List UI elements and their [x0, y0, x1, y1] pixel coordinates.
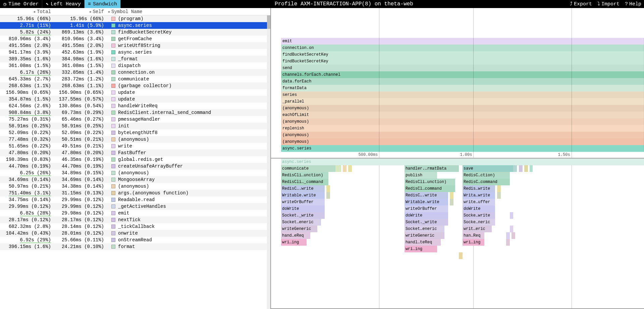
flame-bar[interactable]: channels.forEach.channel: [281, 71, 644, 78]
flame-bar[interactable]: replenish: [281, 125, 644, 132]
scrollbar-thumb[interactable]: [267, 15, 270, 29]
flame-bar[interactable]: wri…ing: [281, 239, 307, 246]
help-button[interactable]: ?Help: [622, 0, 644, 8]
flame-bar[interactable]: async.series: [281, 159, 644, 165]
flame-bar[interactable]: eachOfLimit: [281, 112, 644, 118]
flame-bar[interactable]: hand…eReq: [281, 232, 310, 239]
tab-sandwich[interactable]: ≡Sandwich: [85, 0, 121, 8]
flame-bar[interactable]: Socket._write: [281, 212, 325, 219]
flame-bar[interactable]: (anonymous): [281, 138, 644, 145]
flame-bar[interactable]: [326, 185, 330, 192]
flame-bar[interactable]: [348, 165, 352, 172]
table-row[interactable]: 28.17ms (0.12%)28.17ms (0.12%)nextTick: [0, 217, 270, 223]
flame-bar[interactable]: RedisCli…unction): [405, 179, 455, 185]
column-symbol[interactable]: ◆Symbol Name: [106, 9, 270, 14]
table-row[interactable]: 6.17s (26%)332.85ms (1.4%)connection.on: [0, 69, 270, 76]
caller-row[interactable]: emit: [281, 38, 644, 45]
callee-row[interactable]: Socket._writedoWriteSocke…write: [281, 212, 644, 219]
caller-row[interactable]: formatData: [281, 85, 644, 91]
table-row[interactable]: 156.90ms (0.65%)156.90ms (0.65%)update: [0, 89, 270, 96]
table-row[interactable]: 75.27ms (0.31%)65.46ms (0.27%)pmessageHa…: [0, 116, 270, 123]
scrollbar[interactable]: [267, 15, 270, 309]
flame-bar[interactable]: write…uffer: [463, 199, 495, 205]
flame-bar[interactable]: connection.on: [281, 45, 644, 51]
flame-bar[interactable]: [497, 185, 501, 192]
table-row[interactable]: 396.15ms (1.6%)24.21ms (0.10%)format: [0, 243, 270, 250]
caller-row[interactable]: findBucketSecretKey: [281, 51, 644, 58]
callee-row[interactable]: communicatehandler.…rmatDatasave: [281, 165, 644, 172]
table-row[interactable]: 58.91ms (0.25%)58.91ms (0.25%)init: [0, 123, 270, 129]
flame-bar[interactable]: [450, 199, 453, 205]
table-row[interactable]: 941.17ms (3.9%)452.63ms (1.9%)async.seri…: [0, 49, 270, 56]
flame-bar[interactable]: series: [281, 91, 644, 98]
flame-bar[interactable]: handl…teReq: [405, 239, 441, 246]
flame-bar[interactable]: Writa…write: [463, 192, 495, 199]
table-row[interactable]: 34.69ms (0.14%)34.69ms (0.14%)MongooseAr…: [0, 176, 270, 183]
flame-bar[interactable]: [506, 232, 510, 239]
flame-bar[interactable]: RedisC…command: [463, 179, 510, 185]
flame-bar[interactable]: emit: [281, 38, 644, 45]
flame-bar[interactable]: data.forEach: [281, 78, 644, 85]
flame-bar[interactable]: Writable.write: [281, 192, 325, 199]
flame-bar[interactable]: writeGeneric: [405, 232, 444, 239]
caller-row[interactable]: (anonymous): [281, 132, 644, 138]
callee-row[interactable]: RedisC….writeRedisCl…commandRedis…write: [281, 185, 644, 192]
callee-row[interactable]: doWritewriteOrBufferdoWrite: [281, 205, 644, 212]
callee-row[interactable]: Socket…enericSocket._writeSocke…neric: [281, 219, 644, 226]
table-row[interactable]: 34.75ms (0.14%)29.99ms (0.12%)Readable.r…: [0, 196, 270, 203]
flame-bar[interactable]: [513, 165, 517, 172]
table-row[interactable]: 15.96s (66%)15.96s (66%)(program): [0, 15, 270, 22]
table-row[interactable]: 268.63ms (1.1%)268.63ms (1.1%)(garbage c…: [0, 82, 270, 89]
column-self[interactable]: ◆Self: [53, 9, 106, 14]
flame-bar[interactable]: [510, 212, 514, 219]
caller-row[interactable]: async.series: [281, 145, 644, 152]
flame-bar[interactable]: RedisC….write: [405, 192, 448, 199]
table-row[interactable]: 104.42ms (0.43%)28.01ms (0.12%)onwrite: [0, 230, 270, 237]
flame-bar[interactable]: wri…ing: [463, 239, 484, 246]
table-row[interactable]: 198.39ms (0.83%)46.35ms (0.19%)global.re…: [0, 156, 270, 163]
table-row[interactable]: 6.92s (29%)25.66ms (0.11%)onStreamRead: [0, 237, 270, 243]
callee-row[interactable]: async.series: [281, 159, 644, 165]
caller-row[interactable]: send: [281, 65, 644, 71]
table-row[interactable]: 624.56ms (2.6%)130.86ms (0.54%)handleWri…: [0, 103, 270, 109]
table-row[interactable]: 44.70ms (0.19%)44.70ms (0.19%)createUnsa…: [0, 163, 270, 170]
table-row[interactable]: 29.99ms (0.12%)29.99ms (0.12%)_getActive…: [0, 203, 270, 210]
flame-bar[interactable]: (anonymous): [281, 105, 644, 112]
flame-bar[interactable]: (anonymous): [281, 132, 644, 138]
flame-bar[interactable]: [524, 165, 528, 172]
flame-bar[interactable]: wri…ing: [405, 246, 437, 252]
table-row[interactable]: 751.40ms (3.1%)31.15ms (0.13%)args.(anon…: [0, 190, 270, 196]
flame-bar[interactable]: [497, 192, 501, 199]
table-row[interactable]: 51.65ms (0.22%)49.51ms (0.21%)write: [0, 143, 270, 149]
import-button[interactable]: ⤵Import: [595, 0, 622, 8]
flame-bar[interactable]: doWrite: [405, 212, 448, 219]
table-row[interactable]: 354.87ms (1.5%)137.55ms (0.57%)update: [0, 96, 270, 103]
callee-row[interactable]: hand…eReqwriteGenerichan…Req: [281, 232, 644, 239]
flame-bar[interactable]: formatData: [281, 85, 644, 91]
table-row[interactable]: 389.35ms (1.6%)384.98ms (1.6%)_format: [0, 56, 270, 62]
tab-left-heavy[interactable]: ⬉Left Heavy: [42, 0, 85, 8]
table-row[interactable]: 47.80ms (0.20%)47.80ms (0.20%)FastBuffer: [0, 149, 270, 156]
flame-bar[interactable]: writeOrBuffer: [405, 205, 448, 212]
callee-row[interactable]: writeOrBufferWritable.writewrite…uffer: [281, 199, 644, 205]
caller-row[interactable]: (anonymous): [281, 105, 644, 112]
caller-row[interactable]: channels.forEach.channel: [281, 71, 644, 78]
flame-bar[interactable]: doWrite: [463, 205, 495, 212]
flame-bar[interactable]: publish: [405, 172, 437, 179]
table-row[interactable]: 6.82s (28%)29.98ms (0.12%)emit: [0, 210, 270, 217]
caller-row[interactable]: findBucketSecretKey: [281, 58, 644, 65]
callee-row[interactable]: wri…ing: [281, 246, 644, 252]
caller-row[interactable]: series: [281, 91, 644, 98]
flame-bar[interactable]: writeGeneric: [281, 226, 317, 232]
flame-bar[interactable]: findBucketSecretKey: [281, 58, 644, 65]
caller-row[interactable]: replenish: [281, 125, 644, 132]
flame-bar[interactable]: [450, 192, 453, 199]
flame-bar[interactable]: [519, 165, 523, 172]
table-row[interactable]: 6.25s (26%)34.89ms (0.15%)(anonymous): [0, 170, 270, 176]
callee-row[interactable]: [281, 252, 644, 259]
tab-time-order[interactable]: ◷Time Order: [0, 0, 42, 8]
flame-bar[interactable]: Socket…eneric: [281, 219, 321, 226]
caller-row[interactable]: _parallel: [281, 98, 644, 105]
flame-bar[interactable]: Socket…eneric: [405, 226, 444, 232]
table-row[interactable]: 682.32ms (2.8%)28.14ms (0.12%)_tickCallb…: [0, 223, 270, 230]
